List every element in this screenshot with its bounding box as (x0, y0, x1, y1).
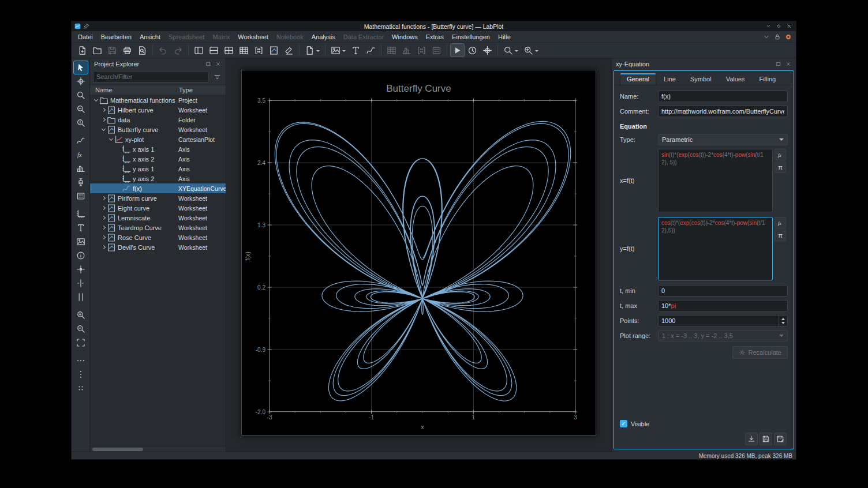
tree-row-data[interactable]: dataFolder (90, 115, 226, 125)
add-legend-button[interactable] (73, 189, 88, 203)
zoom-mode-button[interactable] (501, 43, 521, 57)
align-horizontal-button[interactable] (73, 354, 88, 367)
menu-analysis[interactable]: Analysis (308, 32, 339, 42)
add-equation-curve-button[interactable]: fx (73, 148, 88, 162)
horizontal-scrollbar[interactable] (90, 446, 226, 452)
print-button[interactable] (120, 43, 134, 57)
add-info-element-button[interactable] (73, 249, 88, 262)
shade-button[interactable] (764, 22, 772, 31)
recalculate-button[interactable]: Recalculate (732, 346, 788, 359)
import-definition-button[interactable] (745, 433, 758, 445)
tab-filling[interactable]: Filling (752, 73, 783, 85)
tree-row-x-axis-2[interactable]: x axis 2Axis (90, 154, 226, 164)
column-header-name[interactable]: Name (90, 87, 176, 93)
add-boxplot-button[interactable] (73, 175, 88, 189)
expander-icon[interactable] (107, 138, 114, 140)
y-equation-input[interactable]: cos(t)*(exp(cos(t))-2*cos(4*t)-pow(sin(t… (658, 217, 773, 280)
tmin-input[interactable] (658, 285, 788, 296)
crosshair-mode-button[interactable] (73, 74, 88, 88)
worksheet-view[interactable]: Butterfly Curve -3-1133.52.41.30.2-0.9-2… (226, 58, 611, 452)
tab-symbol[interactable]: Symbol (683, 73, 719, 85)
collapse-toolbar-icon[interactable] (762, 33, 770, 41)
add-axis-button[interactable] (73, 207, 88, 221)
type-combobox[interactable]: Parametric (658, 134, 788, 145)
menu-spreadsheet[interactable]: Spreadsheet (164, 32, 208, 42)
maximize-button[interactable] (775, 22, 783, 31)
menu-ansicht[interactable]: Ansicht (136, 32, 164, 42)
name-input[interactable] (658, 91, 788, 102)
tab-general[interactable]: General (620, 73, 656, 85)
menu-hilfe[interactable]: Hilfe (494, 32, 515, 42)
spin-up-button[interactable] (779, 316, 787, 321)
zoom-fit-button[interactable] (73, 336, 88, 350)
split-view-button[interactable] (222, 43, 236, 57)
add-text-label-button[interactable] (73, 221, 88, 235)
expander-icon[interactable] (100, 236, 107, 239)
clear-worksheet-button[interactable] (282, 43, 296, 57)
add-reference-range-button[interactable] (73, 290, 88, 304)
zoom-y-select-mode-button[interactable] (73, 116, 88, 130)
add-histogram-button[interactable] (73, 162, 88, 175)
add-image-button[interactable] (73, 235, 88, 249)
close-panel-button[interactable] (214, 61, 222, 68)
menu-data-extractor[interactable]: Data Extractor (339, 32, 388, 42)
expander-icon[interactable] (100, 197, 107, 200)
stack-windows-button[interactable] (207, 43, 221, 57)
app-menu-icon[interactable] (784, 33, 792, 41)
dock-header[interactable]: xy-Equation (612, 58, 796, 70)
save-definition-button[interactable] (760, 433, 772, 445)
save-as-definition-button[interactable] (774, 433, 787, 445)
functions-button[interactable]: fx (775, 149, 786, 160)
tree-row-eight-curve[interactable]: Eight curveWorksheet (90, 203, 226, 213)
plot-page[interactable]: Butterfly Curve -3-1133.52.41.30.2-0.9-2… (241, 70, 596, 436)
cursor-tool-button[interactable] (480, 43, 495, 57)
zoom-in-button[interactable] (73, 308, 88, 322)
tree-row-lemniscate[interactable]: LemniscateWorksheet (90, 213, 226, 223)
tree-row-piriform-curve[interactable]: Piriform curveWorksheet (90, 193, 226, 203)
titlebar[interactable]: Mathematical functions - [Butterfly curv… (72, 21, 796, 31)
expander-icon[interactable] (92, 99, 99, 101)
spin-down-button[interactable] (779, 321, 787, 326)
x-equation-input[interactable]: sin(t)*(exp(cos(t))-2*cos(4*t)-pow(sin(t… (658, 149, 773, 212)
tree-row-xy-plot[interactable]: xy-plotCartesianPlot (90, 134, 226, 144)
comment-input[interactable] (658, 106, 788, 117)
add-reference-line-button[interactable] (73, 276, 88, 290)
new-matrix-button[interactable] (252, 43, 266, 57)
menu-bearbeiten[interactable]: Bearbeiten (97, 32, 136, 42)
column-header-type[interactable]: Type (176, 87, 226, 93)
points-spinbox[interactable] (658, 315, 788, 326)
tree-row-hilbert-curve[interactable]: Hilbert curveWorksheet (90, 105, 226, 115)
print-preview-button[interactable] (135, 43, 149, 57)
tree-row-teardrop-curve[interactable]: Teardrop CurveWorksheet (90, 223, 226, 232)
scrollbar-thumb[interactable] (92, 448, 143, 451)
add-custom-point-button[interactable] (73, 262, 88, 276)
tree-row-x-axis-1[interactable]: x axis 1Axis (90, 144, 226, 154)
tree-row-rose-curve[interactable]: Rose CurveWorksheet (90, 232, 226, 242)
zoom-select-mode-button[interactable] (73, 88, 88, 102)
menu-matrix[interactable]: Matrix (208, 32, 234, 42)
align-grid-button[interactable] (73, 381, 88, 395)
float-panel-button[interactable] (204, 61, 212, 68)
expander-icon[interactable] (100, 108, 107, 111)
zoom-x-select-mode-button[interactable] (73, 102, 88, 116)
tab-line[interactable]: Line (657, 73, 683, 85)
expander-icon[interactable] (100, 246, 107, 249)
timed-update-button[interactable] (465, 43, 480, 57)
expander-icon[interactable] (100, 129, 107, 130)
close-panel-button[interactable] (784, 61, 792, 68)
constants-button[interactable]: π (775, 230, 786, 241)
add-curve-button[interactable] (73, 134, 88, 148)
expander-icon[interactable] (100, 207, 107, 209)
tmax-input[interactable]: 10*pi (658, 300, 788, 311)
select-mode-button[interactable] (73, 61, 88, 74)
menu-worksheet[interactable]: Worksheet (234, 32, 272, 42)
tree-row-f-x[interactable]: f(x)XYEquationCurve (90, 183, 226, 193)
search-input[interactable] (93, 71, 209, 82)
new-spreadsheet-button[interactable] (237, 43, 251, 57)
open-project-button[interactable] (90, 43, 104, 57)
tree-row-y-axis-1[interactable]: y axis 1Axis (90, 164, 226, 174)
menu-extras[interactable]: Extras (422, 32, 448, 42)
filter-options-button[interactable] (211, 71, 223, 82)
zoom-out-button[interactable] (73, 322, 88, 336)
menu-windows[interactable]: Windows (388, 32, 422, 42)
